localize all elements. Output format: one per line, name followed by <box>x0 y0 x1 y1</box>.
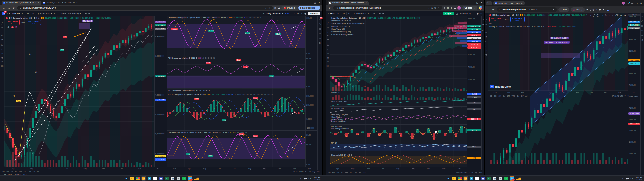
sell-button[interactable]: 8,617.0430SELL <box>6 20 20 25</box>
indicator-legend-row[interactable]: Ichimoku 9 26 52 26 26 <box>331 20 351 22</box>
draw-icon[interactable]: ✎ <box>373 12 375 15</box>
timeframe-option[interactable]: 6M <box>19 170 22 173</box>
vol-legend[interactable]: Vol <box>489 23 492 25</box>
bar-count-box[interactable]: ▾ 8 <box>6 26 10 28</box>
drawing-tool-icon[interactable]: ƒ <box>327 30 329 33</box>
timeframe-option[interactable]: YTD <box>23 170 27 173</box>
drawing-tool-icon[interactable]: T <box>1 39 3 41</box>
stockbit-main-chart[interactable]: Index Harga Saham Gabungan . 1D . IDX O8… <box>330 16 467 91</box>
timeframe-button[interactable]: D <box>27 12 29 15</box>
layout-grid-icon[interactable]: ⊞ <box>367 12 369 15</box>
taskbar-app-icon[interactable]: ≣ <box>498 176 503 181</box>
page-zoom-chip[interactable]: ⌕ 80% <box>558 7 569 12</box>
timeframe-option[interactable]: 5Y <box>33 170 35 173</box>
taskbar-app-icon[interactable]: ▂▄▆ <box>515 176 520 181</box>
new-tab-button[interactable]: + <box>526 2 528 4</box>
extension-icon[interactable]: ◔ <box>596 8 597 11</box>
panel-icon[interactable]: ◷ <box>482 18 484 21</box>
timeframe-option[interactable]: 3M <box>341 172 343 174</box>
draw-shortcut-icon[interactable]: ✎ <box>605 14 607 17</box>
drawing-tool-icon[interactable]: ✎ <box>1 35 3 37</box>
trading-panel-tab[interactable]: Trading Panel <box>15 173 26 175</box>
browser-tab[interactable]: 17 COMPOSITE 8,617.0430 ▲ +0.8 ✕ <box>2 1 41 5</box>
symbol-search[interactable]: ⌕IHSG <box>328 12 336 15</box>
taskbar-app-icon[interactable]: Y <box>153 176 157 181</box>
undo-icon[interactable]: ↶ <box>379 12 381 15</box>
draw-shortcut-icon[interactable]: ▭ <box>601 14 603 17</box>
scale-toggle[interactable]: log <box>312 170 315 173</box>
taskbar-app-icon[interactable]: ◎ <box>141 176 146 181</box>
profile-avatar[interactable] <box>457 6 461 10</box>
timeframe-option[interactable]: All <box>37 170 39 173</box>
browser-tab[interactable]: 17 COMPOSITE 8,617.043 ✕ <box>493 1 525 5</box>
volume-pane[interactable]: Volume 20 <box>330 91 467 100</box>
pe-pane[interactable]: PE Ratio(TTM) <box>330 107 467 113</box>
linking-legend[interactable]: Linking 100 close 2 2 close 9 26 50 100 … <box>489 25 544 28</box>
macd-pane[interactable]: MACD Divergence + Signal 12 26 9 5 20 30… <box>167 93 317 131</box>
drawing-tool-icon[interactable]: ╱ <box>486 19 487 21</box>
timeframe-option[interactable]: 1M <box>10 170 13 173</box>
buy-button[interactable]: 8,617.0430BUY <box>510 17 525 22</box>
downloads-icon[interactable]: ⇣17 <box>606 8 608 11</box>
taskbar-app-icon[interactable]: ⊞ <box>124 176 129 181</box>
minimize-button[interactable]: — <box>631 2 633 4</box>
reload-icon[interactable]: ⟳ <box>492 8 495 11</box>
hidden-icons-chevron[interactable]: ∧ <box>300 177 301 179</box>
alert-button[interactable]: ◔Alert <box>59 12 66 15</box>
drawing-tool-icon[interactable]: ≡ <box>1 61 3 63</box>
main-chart-plot[interactable]: IDX Composite Index · 1D · IDX ◉ D O8,57… <box>4 16 154 167</box>
url-field[interactable]: ⬠ www.tradingview.com COMPOSIT... ⚑ <box>497 7 557 12</box>
timeframe-option[interactable]: 1Y <box>355 172 357 174</box>
drawing-tool-icon[interactable]: T <box>486 36 487 38</box>
drawing-tool-icon[interactable]: ≋ <box>485 23 487 26</box>
pine-editor-tab[interactable]: Pine Editor <box>3 173 12 175</box>
drawing-tool-icon[interactable]: ◉ <box>327 56 329 59</box>
indicator-label[interactable]: Bandar Movement <box>331 120 348 123</box>
timeframe-option[interactable]: 3M <box>15 170 17 173</box>
panel-icon[interactable]: ♥ <box>482 24 484 26</box>
taskbar-app-icon[interactable]: ⊞ <box>446 176 451 181</box>
timeframe-option[interactable]: 1D <box>328 172 331 174</box>
snapshot-camera-icon[interactable]: ◉ <box>477 12 479 15</box>
sidebar-panel-icon[interactable]: ▤ <box>319 28 321 30</box>
chart-annotation[interactable]: Mid Back 2 <box>82 20 93 22</box>
drawing-tool-icon[interactable]: ⌕ <box>486 44 487 47</box>
layout-preset-dropdown[interactable]: ▢Default▾ <box>456 12 468 15</box>
taskbar-app-icon[interactable]: X <box>165 176 169 181</box>
new-tab-button[interactable]: + <box>81 1 83 4</box>
sidebar-panel-icon[interactable]: ≣99 <box>319 18 321 21</box>
drawing-tool-icon[interactable]: + <box>1 18 3 20</box>
settings-gear-icon[interactable]: ⚙ <box>297 12 299 15</box>
url-action-icon[interactable]: a <box>431 7 433 9</box>
drawing-tool-icon[interactable]: ƒ <box>486 27 487 30</box>
update-button[interactable]: Update ⋮ <box>462 6 477 10</box>
drawing-tool-icon[interactable]: ≋ <box>327 26 329 29</box>
drawing-tool-icon[interactable]: ▢ <box>485 40 487 43</box>
star-icon[interactable]: ☆ <box>480 12 482 15</box>
close-tab-icon[interactable]: ✕ <box>76 2 78 4</box>
new-tab-button[interactable]: + <box>370 1 372 4</box>
indicator-label[interactable]: Frequency Analyzer <box>331 114 348 116</box>
sidebar-panel-icon[interactable]: ⚙ <box>319 42 321 44</box>
close-window-button[interactable]: ✕ <box>481 2 482 4</box>
extension-icon[interactable]: ❋ <box>450 7 452 9</box>
indicator-label[interactable]: Bandar Volume <box>331 118 348 120</box>
drawing-tool-icon[interactable]: ∩ <box>485 49 487 52</box>
taskbar-app-icon[interactable]: ♫ <box>504 176 508 181</box>
indicator-label[interactable]: Foreign Flow <box>331 125 349 127</box>
taskbar-app-icon[interactable]: X <box>487 176 491 181</box>
browser-tab[interactable]: 17 GOLD 4,209.600 ▲ +0.09% Gol ✕ <box>41 1 80 5</box>
right-chart-plot[interactable]: IDX Composite Index · 1D · IDX D O8,577.… <box>488 13 628 90</box>
reload-icon[interactable]: ⟳ <box>328 7 332 9</box>
vertical-tabs-button[interactable]: 1▾ <box>486 1 492 5</box>
draw-shortcut-icon[interactable]: ↖ <box>590 14 592 17</box>
close-tab-icon[interactable]: ✕ <box>521 2 523 4</box>
drawing-tool-icon[interactable]: ◉ <box>1 56 3 59</box>
refresh-icon[interactable]: ⟳ <box>15 26 17 28</box>
indicators-button[interactable]: ƒIndicators▾ <box>38 12 52 15</box>
quick-search-icon[interactable]: ⌕ <box>294 12 295 15</box>
taskbar-app-icon[interactable]: ▤ <box>492 176 497 181</box>
drawing-tool-icon[interactable]: ◉ <box>485 53 487 56</box>
sell-button[interactable]: 8,617.0430SELL <box>489 17 503 22</box>
error-icon[interactable]: ! <box>11 26 14 28</box>
